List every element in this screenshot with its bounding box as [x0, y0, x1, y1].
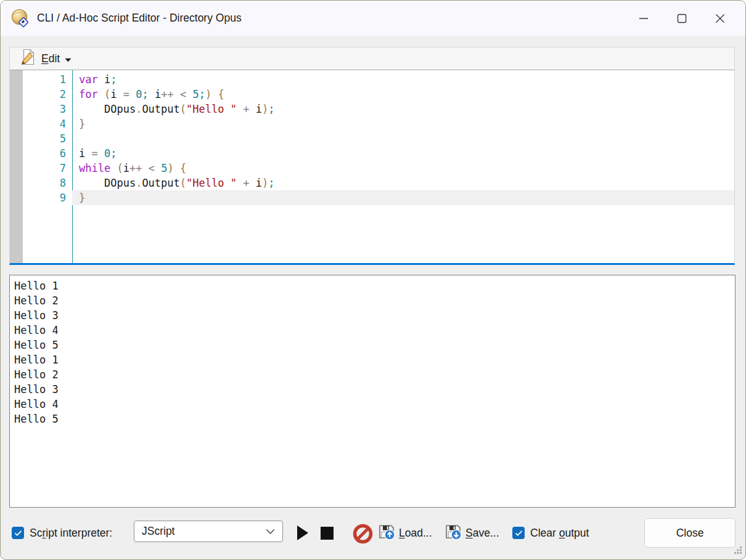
editor-menubar: Edit — [10, 47, 734, 70]
load-floppy-icon — [378, 523, 395, 543]
save-floppy-icon — [445, 523, 462, 543]
maximize-icon — [677, 14, 687, 23]
output-line: Hello 2 — [14, 293, 735, 308]
combo-chevron-icon — [266, 525, 275, 538]
code-line-2[interactable]: 2for (i = 0; i++ < 5;) { — [23, 87, 734, 102]
code-line-4[interactable]: 4} — [23, 116, 734, 131]
abort-button[interactable] — [352, 523, 373, 544]
code-line-6[interactable]: 6i = 0; — [23, 146, 734, 161]
code-lines: 1var i;2for (i = 0; i++ < 5;) {3 DOpus.O… — [23, 72, 734, 205]
output-line: Hello 4 — [14, 323, 735, 338]
edit-document-icon — [20, 49, 36, 68]
editor-gutter — [10, 70, 23, 263]
output-line: Hello 5 — [14, 338, 735, 352]
line-number: 5 — [23, 131, 72, 146]
minimize-button[interactable] — [625, 1, 663, 36]
code-line-5[interactable]: 5 — [23, 131, 734, 146]
code-text: DOpus.Output("Hello " + i); — [72, 102, 734, 116]
minimize-icon — [639, 14, 649, 23]
stop-script-button[interactable] — [321, 527, 334, 540]
play-icon — [297, 526, 308, 540]
output-lines: Hello 1Hello 2Hello 3Hello 4Hello 5Hello… — [14, 278, 735, 426]
code-editor[interactable]: 1var i;2for (i = 0; i++ < 5;) {3 DOpus.O… — [10, 70, 734, 263]
run-script-button[interactable] — [295, 525, 310, 541]
script-editor-dialog: CLI / Ad-Hoc Script Editor - Directory O… — [0, 0, 746, 560]
output-line: Hello 5 — [14, 412, 735, 426]
chevron-down-icon — [65, 52, 72, 65]
code-text: var i; — [72, 72, 734, 87]
clear-output-label: Clear output — [530, 527, 589, 540]
output-line: Hello 1 — [14, 352, 735, 367]
script-output-panel[interactable]: Hello 1Hello 2Hello 3Hello 4Hello 5Hello… — [9, 275, 736, 508]
script-interpreter-label: Script interpreter: — [30, 527, 112, 540]
line-number: 2 — [23, 87, 72, 102]
load-script-button[interactable]: Load... — [378, 518, 432, 548]
script-interpreter-checkbox[interactable] — [12, 527, 24, 539]
save-button-label: Save... — [465, 527, 499, 540]
code-text: DOpus.Output("Hello " + i); — [72, 176, 734, 190]
code-line-1[interactable]: 1var i; — [23, 72, 734, 87]
clear-output-checkbox[interactable] — [512, 527, 525, 539]
line-number: 8 — [23, 176, 72, 190]
output-line: Hello 3 — [14, 382, 735, 397]
code-line-7[interactable]: 7while (i++ < 5) { — [23, 161, 734, 176]
edit-menu-label: Edit — [41, 52, 60, 65]
titlebar: CLI / Ad-Hoc Script Editor - Directory O… — [1, 1, 745, 36]
close-button[interactable]: Close — [644, 518, 736, 548]
window-title: CLI / Ad-Hoc Script Editor - Directory O… — [37, 12, 242, 25]
line-number: 4 — [23, 116, 72, 131]
line-number: 3 — [23, 102, 72, 116]
checkmark-icon — [14, 530, 22, 537]
code-text — [72, 131, 734, 146]
directory-opus-app-icon — [10, 9, 30, 28]
resize-grip[interactable] — [734, 546, 742, 557]
interpreter-value: JScript — [142, 525, 174, 538]
code-line-8[interactable]: 8 DOpus.Output("Hello " + i); — [23, 176, 734, 190]
line-number: 6 — [23, 146, 72, 161]
output-line: Hello 4 — [14, 397, 735, 412]
script-editor-panel: Edit 1var i;2for (i = 0; i++ < 5;) {3 DO… — [9, 47, 735, 265]
code-line-9[interactable]: 9} — [23, 190, 734, 205]
interpreter-select[interactable]: JScript — [134, 521, 283, 542]
maximize-button[interactable] — [663, 1, 701, 36]
edit-menu-button[interactable]: Edit — [18, 47, 74, 70]
stop-icon — [321, 527, 334, 540]
window-controls — [625, 1, 739, 36]
code-text: for (i = 0; i++ < 5;) { — [72, 87, 734, 102]
code-text: } — [72, 116, 734, 131]
code-line-3[interactable]: 3 DOpus.Output("Hello " + i); — [23, 102, 734, 116]
line-number: 1 — [23, 72, 72, 87]
prohibition-icon — [353, 524, 373, 544]
close-icon — [715, 14, 725, 23]
checkmark-icon — [515, 530, 523, 537]
line-number: 7 — [23, 161, 72, 176]
load-button-label: Load... — [399, 527, 432, 540]
save-script-button[interactable]: Save... — [445, 518, 499, 548]
script-interpreter-checkbox-group[interactable]: Script interpreter: — [12, 518, 112, 548]
output-line: Hello 3 — [14, 308, 735, 323]
line-number: 9 — [23, 190, 72, 205]
close-window-button[interactable] — [701, 1, 739, 36]
clear-output-checkbox-group[interactable]: Clear output — [512, 518, 589, 548]
code-text: while (i++ < 5) { — [72, 161, 734, 176]
output-line: Hello 1 — [14, 278, 735, 293]
code-text: } — [72, 190, 734, 205]
output-line: Hello 2 — [14, 367, 735, 382]
code-text: i = 0; — [72, 146, 734, 161]
